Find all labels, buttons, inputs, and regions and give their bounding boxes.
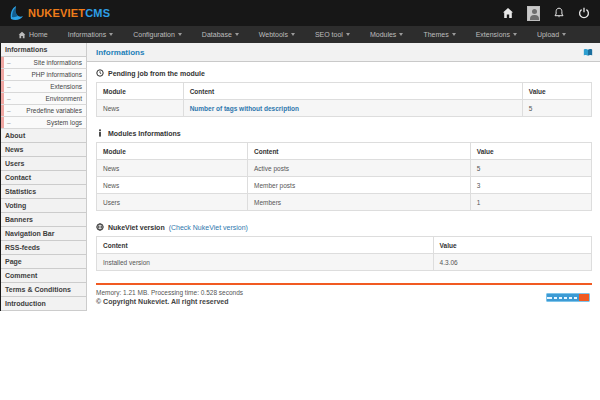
column-header: Content [247, 143, 470, 160]
sidebar-item-about[interactable]: About [1, 129, 87, 143]
sidebar: Informations–Site informations–PHP infor… [0, 43, 87, 311]
user-avatar[interactable] [527, 6, 540, 21]
sidebar-item-introduction[interactable]: Introduction [1, 297, 87, 311]
copyright-text: © Copyright Nukeviet. All right reserved [96, 298, 592, 305]
home-icon [18, 31, 26, 39]
column-header: Value [522, 83, 591, 100]
sidebar-group-informations[interactable]: Informations [1, 43, 87, 57]
chevron-down-icon [235, 33, 239, 36]
sidebar-subitem-system-logs[interactable]: –System logs [1, 117, 87, 129]
table-header-row: ContentValue [97, 237, 592, 254]
sidebar-item-terms-conditions[interactable]: Terms & Conditions [1, 283, 87, 297]
help-book-icon[interactable] [583, 48, 593, 57]
sidebar-item-banners[interactable]: Banners [1, 213, 87, 227]
table-row: UsersMembers1 [97, 194, 592, 211]
nukeviet-version-table: ContentValueInstalled version4.3.06 [96, 236, 592, 271]
nav-item-themes[interactable]: Themes [413, 31, 465, 38]
nav-item-database[interactable]: Database [192, 31, 249, 38]
table-cell-link[interactable]: Number of tags without description [190, 105, 299, 112]
nav-item-configuration[interactable]: Configuration [123, 31, 192, 38]
dash-marker: – [7, 119, 11, 126]
check-version-link[interactable]: (Check NukeViet version) [169, 224, 248, 231]
footer-divider [96, 283, 592, 285]
sidebar-item-voting[interactable]: Voting [1, 199, 87, 213]
table-header-row: ModuleContentValue [97, 143, 592, 160]
nukeviet-badge[interactable] [546, 293, 590, 302]
column-header: Module [97, 83, 184, 100]
table-cell: 4.3.06 [433, 254, 591, 271]
chevron-down-icon [346, 33, 350, 36]
logo-brand: NUKEVIET [28, 7, 85, 19]
dash-marker: – [7, 95, 11, 102]
chevron-down-icon [109, 33, 113, 36]
bell-icon[interactable] [553, 7, 565, 19]
nav-item-label: Extensions [476, 31, 510, 38]
chevron-down-icon [452, 33, 456, 36]
nav-item-webtools[interactable]: Webtools [249, 31, 305, 38]
column-header: Content [183, 83, 522, 100]
nav-item-upload[interactable]: Upload [527, 31, 576, 38]
table-row: NewsActive posts5 [97, 160, 592, 177]
table-row: NewsNumber of tags without description5 [97, 100, 592, 117]
sidebar-item-comment[interactable]: Comment [1, 269, 87, 283]
sidebar-item-rss-feeds[interactable]: RSS-feeds [1, 241, 87, 255]
sidebar-subitem-environment[interactable]: –Environment [1, 93, 87, 105]
nav-item-modules[interactable]: Modules [360, 31, 413, 38]
chevron-down-icon [399, 33, 403, 36]
top-header: NUKEVIETCMS [0, 0, 600, 26]
table-cell: 5 [470, 160, 591, 177]
section-heading: NukeViet version [108, 224, 165, 231]
nav-item-extensions[interactable]: Extensions [466, 31, 527, 38]
nav-item-label: Informations [68, 31, 107, 38]
column-header: Content [97, 237, 434, 254]
sidebar-item-users[interactable]: Users [1, 157, 87, 171]
table-row: NewsMember posts3 [97, 177, 592, 194]
sidebar-subitem-extensions[interactable]: –Extensions [1, 81, 87, 93]
info-icon [96, 129, 104, 137]
sidebar-item-navigation-bar[interactable]: Navigation Bar [1, 227, 87, 241]
sidebar-item-statistics[interactable]: Statistics [1, 185, 87, 199]
nukeviet-logo[interactable]: NUKEVIETCMS [8, 5, 110, 21]
logo-suffix: CMS [85, 7, 110, 19]
pending-job-table: ModuleContentValueNewsNumber of tags wit… [96, 82, 592, 117]
table-cell: News [97, 160, 248, 177]
table-cell: Active posts [247, 160, 470, 177]
sidebar-subitem-label: Predefine variables [26, 107, 82, 114]
modules-informations-table: ModuleContentValueNewsActive posts5NewsM… [96, 142, 592, 211]
logo-text: NUKEVIETCMS [28, 7, 110, 19]
table-cell: 3 [470, 177, 591, 194]
home-icon[interactable] [502, 7, 514, 19]
content-header-bar: Informations [87, 43, 600, 62]
table-cell: Users [97, 194, 248, 211]
section-heading: Pending job from the module [108, 70, 205, 77]
sidebar-subitem-predefine-variables[interactable]: –Predefine variables [1, 105, 87, 117]
sidebar-item-news[interactable]: News [1, 143, 87, 157]
sidebar-subitem-php-informations[interactable]: –PHP informations [1, 69, 87, 81]
nav-item-label: Webtools [259, 31, 288, 38]
power-icon[interactable] [578, 7, 590, 19]
table-cell: 1 [470, 194, 591, 211]
sidebar-item-page[interactable]: Page [1, 255, 87, 269]
chevron-down-icon [291, 33, 295, 36]
section-modules-informations: Modules Informations ModuleContentValueN… [96, 129, 592, 211]
sidebar-subitem-label: PHP informations [32, 71, 82, 78]
column-header: Value [470, 143, 591, 160]
nav-item-label: Upload [537, 31, 559, 38]
chevron-down-icon [178, 33, 182, 36]
nav-item-label: SEO tool [315, 31, 343, 38]
admin-footer: Memory: 1.21 MB. Processing time: 0.528 … [96, 283, 592, 305]
dash-marker: – [7, 59, 11, 66]
dash-marker: – [7, 83, 11, 90]
sidebar-subitem-site-informations[interactable]: –Site informations [1, 57, 87, 69]
sidebar-subitem-label: Environment [46, 95, 83, 102]
dash-marker: – [7, 71, 11, 78]
sidebar-item-contact[interactable]: Contact [1, 171, 87, 185]
nukeviet-logo-icon [8, 5, 24, 21]
badge-blue-part [547, 294, 579, 301]
nav-item-informations[interactable]: Informations [58, 31, 124, 38]
table-cell: 5 [522, 100, 591, 117]
nav-item-seo-tool[interactable]: SEO tool [305, 31, 360, 38]
nav-item-label: Modules [370, 31, 396, 38]
sidebar-subitem-label: System logs [47, 119, 82, 126]
nav-item-home[interactable]: Home [8, 31, 58, 39]
